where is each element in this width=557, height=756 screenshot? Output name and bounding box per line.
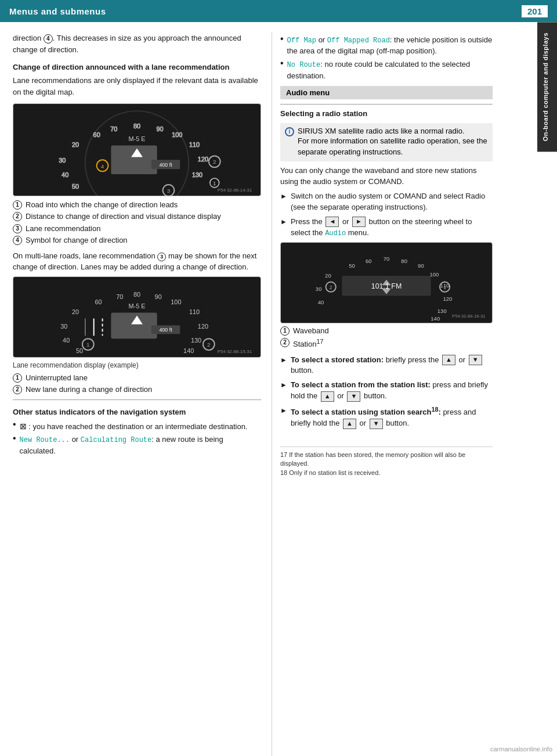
arrow-list-item: ► To select a station using station sear… [280,405,493,429]
svg-text:1: 1 [443,285,446,290]
svg-text:140: 140 [431,315,440,322]
circle-num-2b: 2 [13,385,22,394]
svg-text:2: 2 [330,285,332,290]
list-item: 2 Station17 [280,337,493,350]
svg-rect-43 [111,313,157,339]
list-item: 1 Waveband [280,326,493,336]
side-tab: On-board computer and displays [537,22,557,152]
circle-3-inline: 3 [157,253,166,261]
num-list-2: 1 Uninterrupted lane 2 New lane during a… [13,373,261,395]
list-item: 3 Lane recommendation [13,224,261,234]
arrow-list-item: ► Press the ◄ or ► button on the steerin… [280,217,493,239]
dashboard-image-1: 20 30 40 50 60 70 80 90 100 110 120 130 … [13,103,261,196]
svg-text:40: 40 [62,171,68,178]
svg-text:1: 1 [213,181,216,186]
svg-text:M-5 E: M-5 E [128,303,145,309]
down-button-3[interactable]: ▼ [370,419,383,429]
main-content: direction 4. This decreases in size as y… [0,22,557,756]
watermark: carmanualsonline.info [490,746,552,753]
down-button-2[interactable]: ▼ [347,391,360,402]
arrow-list-item: ► Switch on the audio system or COMAND a… [280,191,493,213]
svg-text:50: 50 [76,347,83,354]
svg-text:2: 2 [207,341,211,348]
bullet-list-right: • Off Map or Off Mapped Road: the vehicl… [280,35,493,81]
svg-text:20: 20 [325,272,331,279]
arrow-right-icon: ► [280,217,287,227]
svg-text:40: 40 [63,337,70,344]
info-box: i SIRIUS XM satellite radio acts like a … [280,123,493,161]
info-text1: SIRIUS XM satellite radio acts like a no… [298,127,465,135]
circle-num-4: 4 [13,236,22,245]
svg-text:140: 140 [183,347,194,354]
up-button-2[interactable]: ▲ [321,391,334,402]
up-button-1[interactable]: ▲ [442,355,455,365]
svg-text:40: 40 [318,299,324,305]
svg-text:60: 60 [93,131,100,138]
audio-section-label: Audio menu [286,88,330,97]
list-item: • New Route... or Calculating Route: a n… [13,434,261,456]
svg-text:20: 20 [72,141,79,148]
circle-num-2c: 2 [280,338,290,347]
arrow-list-item: ► To select a station from the station l… [280,380,493,402]
list-item: 4 Symbol for change of direction [13,235,261,246]
circle-4: 4 [44,34,53,44]
right-button[interactable]: ► [352,217,366,227]
svg-text:3: 3 [167,188,171,194]
list-item: 2 Distance to change of direction and vi… [13,211,261,222]
svg-text:80: 80 [401,258,407,264]
dashboard-svg-1: 20 30 40 50 60 70 80 90 100 110 120 130 … [13,104,261,196]
bullet-dot: • [13,434,16,443]
left-button[interactable]: ◄ [325,217,339,227]
page-number: 201 [522,5,548,17]
svg-text:M-5 E: M-5 E [128,135,145,142]
list-item: • Off Map or Off Mapped Road: the vehicl… [280,35,493,57]
svg-text:101.1 FM: 101.1 FM [371,282,402,290]
svg-rect-14 [111,146,157,175]
dashboard-image-3: 20 30 40 50 60 70 80 90 100 110 120 130 … [280,242,493,323]
svg-text:20: 20 [72,308,79,315]
svg-text:130: 130 [192,171,202,178]
arrow-list-1: ► Switch on the audio system or COMAND a… [280,191,493,239]
section-rule [13,399,261,400]
arrow-right-icon: ► [280,192,287,201]
bullet-list-left: • ⊠ : you have reached the destination o… [13,420,261,457]
right-column: • Off Map or Off Mapped Road: the vehicl… [272,33,518,756]
svg-text:100: 100 [171,298,181,305]
svg-text:130: 130 [191,337,201,344]
circle-num-1: 1 [13,200,22,210]
svg-text:90: 90 [157,125,164,132]
multilane-text: On multi-lane roads, lane recommendation… [13,250,261,273]
footnote-18: 18 Only if no station list is received. [280,469,493,477]
image2-caption: Lane recommendation display (example) [13,360,261,370]
svg-text:80: 80 [133,123,140,129]
svg-text:30: 30 [60,323,67,330]
circle-num-2: 2 [13,212,22,221]
svg-text:70: 70 [116,293,123,300]
audio-section-heading: Selecting a radio station [280,108,493,120]
list-item: 1 Road into which the change of directio… [13,200,261,210]
svg-text:120: 120 [198,156,208,163]
list-item: 1 Uninterrupted lane [13,373,261,383]
arrow-list-2: ► To select a stored station: briefly pr… [280,355,493,429]
svg-text:80: 80 [133,291,140,298]
up-button-3[interactable]: ▲ [343,419,356,429]
svg-text:70: 70 [384,255,390,262]
audio-rule [280,104,493,105]
svg-text:1: 1 [86,341,90,348]
svg-text:120: 120 [443,296,452,302]
svg-text:60: 60 [95,298,102,305]
svg-text:50: 50 [72,183,79,190]
bullet-dot: • [13,420,16,429]
svg-text:90: 90 [155,293,162,300]
circle-num-1c: 1 [280,326,290,336]
arrow-right-icon: ► [280,355,287,365]
svg-text:P54·32-88-14-31: P54·32-88-14-31 [218,188,252,193]
svg-text:P54·32-88-16-31: P54·32-88-16-31 [452,314,485,319]
down-button-1[interactable]: ▼ [469,355,482,365]
svg-text:30: 30 [59,157,66,164]
body-text-1: You can only change the waveband and sto… [280,165,493,188]
svg-text:400 ft: 400 ft [159,327,172,333]
arrow-right-icon: ► [280,406,287,416]
svg-text:2: 2 [213,159,216,165]
svg-text:70: 70 [110,125,117,132]
